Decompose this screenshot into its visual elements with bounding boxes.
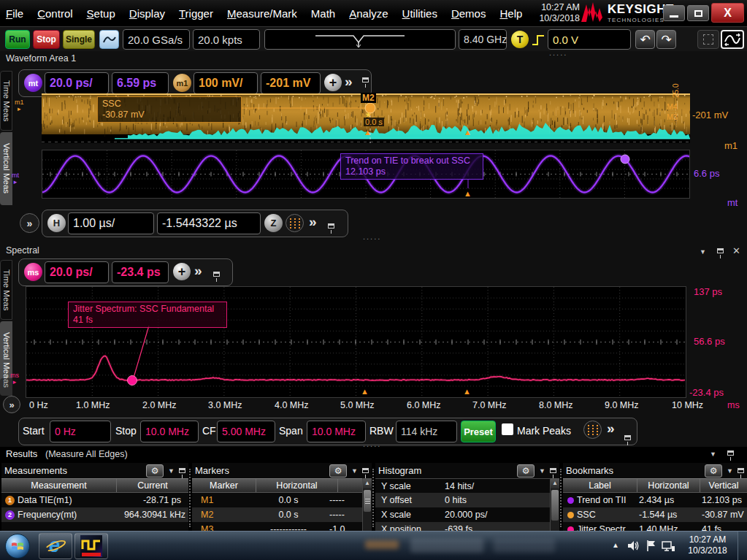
gear-icon[interactable]: ⚙ xyxy=(329,464,347,477)
more-controls-chevron[interactable]: » xyxy=(607,421,615,435)
histogram-row[interactable]: Y offset 0 hits xyxy=(375,493,550,507)
marker-triangle[interactable]: ▲ xyxy=(464,129,472,136)
col-label[interactable]: Label xyxy=(563,479,637,492)
action-center-flag-icon[interactable] xyxy=(646,540,657,552)
panel-menu-arrow[interactable]: ▼ xyxy=(700,248,706,256)
scroll-up-icon[interactable]: ▲ xyxy=(363,478,372,488)
m1-ground-marker[interactable]: m1▸ xyxy=(15,99,24,112)
panel-menu-arrow[interactable]: ▼ xyxy=(351,467,358,475)
marker-m4-label[interactable]: M4 xyxy=(667,102,678,112)
show-desktop-button[interactable] xyxy=(738,532,747,560)
marker-triangle[interactable]: ▲ xyxy=(361,388,369,395)
waveform-drag-mode-button[interactable] xyxy=(721,30,744,49)
m1-scale-box[interactable]: 100 mV/ xyxy=(194,72,258,94)
gear-icon[interactable]: ⚙ xyxy=(146,464,164,477)
run-button[interactable]: Run xyxy=(5,30,30,49)
mt-scale-box[interactable]: 20.0 ps/ xyxy=(45,72,109,94)
marker-triangle[interactable]: ▲ xyxy=(463,388,471,395)
tray-clock[interactable]: 10:27 AM 10/3/2018 xyxy=(681,534,735,556)
region-select-button[interactable] xyxy=(697,30,719,49)
h-position-box[interactable]: -1.5443322 µs xyxy=(157,212,261,234)
gear-icon[interactable]: ⚙ xyxy=(517,464,535,477)
add-waveform-button[interactable]: + xyxy=(324,74,342,91)
more-controls-chevron[interactable]: » xyxy=(345,74,353,88)
trigger-source-button[interactable]: T xyxy=(511,31,529,48)
stop-button[interactable]: Stop xyxy=(33,30,60,49)
col-horizontal[interactable]: Horizontal xyxy=(256,479,338,492)
col-horizontal[interactable]: Horizontal xyxy=(637,479,700,492)
acquired-waveform-plot[interactable]: * SSC-30.87 mV M2 0.0 s ▲ ▲ 25.0 M4 M3 xyxy=(42,93,690,143)
marker-triangle[interactable]: ▲ xyxy=(464,190,472,197)
network-icon[interactable] xyxy=(662,540,675,552)
pin-icon[interactable] xyxy=(179,468,185,473)
bookmark-row[interactable]: SSC -1.544 µs -30.87 mV xyxy=(563,507,747,522)
gear-icon[interactable]: ⚙ xyxy=(705,464,722,477)
col-vertical[interactable]: Vertical xyxy=(700,479,747,492)
bookmark-row[interactable]: Trend on TII 2.434 µs 12.103 ps xyxy=(563,493,747,507)
pin-icon[interactable] xyxy=(213,272,220,277)
start-button[interactable] xyxy=(5,534,30,559)
histogram-row[interactable]: X position -639 fs xyxy=(375,522,550,531)
autoscale-button[interactable] xyxy=(99,30,119,49)
panel-splitter[interactable] xyxy=(189,469,191,527)
marker-triangle[interactable]: ▲ xyxy=(364,129,372,136)
memory-depth-box[interactable]: 20.0 kpts xyxy=(193,29,260,50)
measurement-row[interactable]: 2 Frequency(mt) 964.30941 kHz xyxy=(1,507,188,522)
grab-handle-button[interactable] xyxy=(583,421,602,439)
bandwidth-box[interactable]: 8.40 GHz xyxy=(459,29,507,50)
scroll-thumb[interactable] xyxy=(551,490,559,521)
panel-splitter-handle[interactable]: ..... xyxy=(549,48,567,57)
menu-trigger[interactable]: Trigger xyxy=(179,7,213,20)
ms-source-button[interactable]: ms xyxy=(24,263,42,281)
close-button[interactable]: X xyxy=(711,3,744,23)
histogram-row[interactable]: Y scale 14 hits/ xyxy=(375,478,550,493)
trigger-condition-box[interactable] xyxy=(264,29,456,50)
panel-menu-arrow[interactable]: ▼ xyxy=(539,467,545,475)
marker-row[interactable]: M2 0.0 s ----- xyxy=(192,507,362,522)
redo-button[interactable]: ↷ xyxy=(656,30,676,49)
marker-row[interactable]: M3 ------------ -1.0 xyxy=(192,522,362,531)
col-current[interactable]: Current xyxy=(117,479,188,492)
pin-icon[interactable] xyxy=(362,468,369,473)
scroll-up-icon[interactable]: ▲ xyxy=(551,478,559,488)
horizontal-button[interactable]: H xyxy=(47,214,66,232)
marker-m3-label[interactable]: M3 xyxy=(667,112,678,122)
bookmark-row[interactable]: Jitter Spectr 1.40 MHz 41 fs xyxy=(563,522,747,531)
sample-rate-box[interactable]: 20.0 GSa/s xyxy=(123,29,190,50)
tray-overflow-icon[interactable]: ▲ xyxy=(612,541,619,549)
mt-offset-box[interactable]: 6.59 ps xyxy=(112,72,169,94)
tab-time-meas[interactable]: Time Meas xyxy=(0,260,12,320)
start-freq-box[interactable]: 0 Hz xyxy=(50,421,111,442)
trend-tie-plot[interactable]: Trend on TIE to break out SSC12.103 ps ▲ xyxy=(42,150,690,199)
menu-control[interactable]: Control xyxy=(37,7,72,20)
preset-button[interactable]: Preset xyxy=(461,421,496,442)
trend-bookmark-annotation[interactable]: Trend on TIE to break out SSC12.103 ps xyxy=(340,153,483,180)
expand-controls-button[interactable]: » xyxy=(3,396,20,413)
trigger-edge-icon[interactable] xyxy=(531,33,545,47)
maximize-button[interactable] xyxy=(687,5,709,21)
rbw-box[interactable]: 114 kHz xyxy=(396,421,457,442)
tab-time-meas[interactable]: Time Meas xyxy=(0,71,12,131)
mt-ground-marker[interactable]: mt▸ xyxy=(12,172,19,185)
histogram-row[interactable]: X scale 20.000 ps/ xyxy=(375,507,550,522)
jitter-spectrum-plot[interactable]: Jitter Spectrum: SSC Fundamental41 fs ▲ … xyxy=(26,286,686,398)
menu-setup[interactable]: Setup xyxy=(87,7,115,20)
ms-ground-marker[interactable]: ms▸ xyxy=(10,372,19,386)
undo-button[interactable]: ↶ xyxy=(635,30,655,49)
m1-offset-box[interactable]: -201 mV xyxy=(261,72,321,94)
menu-measure-mark[interactable]: Measure/Mark xyxy=(227,7,297,20)
pin-icon[interactable] xyxy=(624,435,631,440)
mark-peaks-checkbox[interactable] xyxy=(502,423,513,435)
ssc-bookmark-annotation[interactable]: SSC-30.87 mV xyxy=(97,96,242,123)
panel-splitter[interactable] xyxy=(372,469,374,527)
pin-icon[interactable] xyxy=(717,248,724,253)
taskbar-ie-button[interactable]: e xyxy=(39,533,72,559)
marker-m2-label[interactable]: M2 xyxy=(361,93,376,103)
zoom-button[interactable]: Z xyxy=(264,214,283,232)
menu-math[interactable]: Math xyxy=(311,7,335,20)
add-waveform-button[interactable]: + xyxy=(173,263,191,280)
menu-file[interactable]: File xyxy=(6,7,23,20)
minimize-button[interactable] xyxy=(663,5,685,21)
span-box[interactable]: 10.0 MHz xyxy=(307,421,366,442)
panel-splitter[interactable] xyxy=(560,469,562,527)
